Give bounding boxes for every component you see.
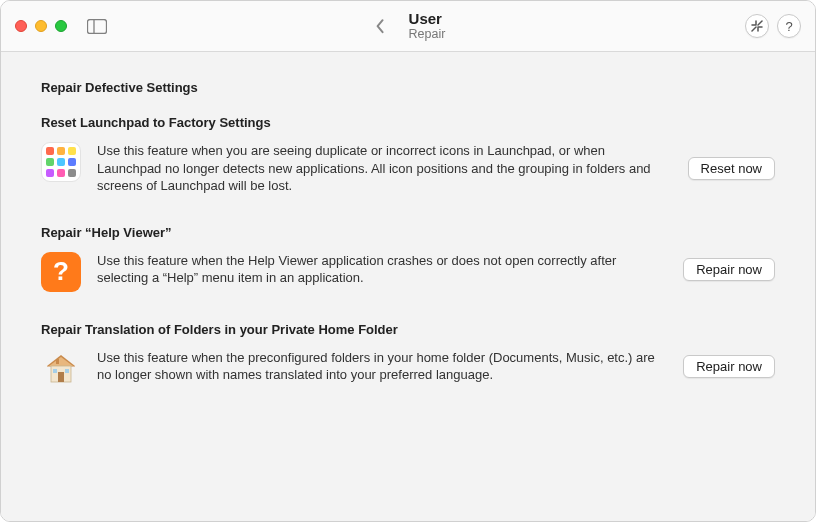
section-title-launchpad: Reset Launchpad to Factory Settings — [41, 115, 775, 130]
collapse-button[interactable] — [745, 14, 769, 38]
reset-launchpad-button[interactable]: Reset now — [688, 157, 775, 180]
help-button[interactable]: ? — [777, 14, 801, 38]
content-area: Repair Defective Settings Reset Launchpa… — [1, 52, 815, 521]
page-heading: Repair Defective Settings — [41, 80, 775, 95]
repair-translation-button[interactable]: Repair now — [683, 355, 775, 378]
question-mark-icon: ? — [53, 256, 69, 287]
sidebar-toggle-button[interactable] — [87, 18, 107, 34]
section-translation: Repair Translation of Folders in your Pr… — [41, 322, 775, 389]
section-desc-translation: Use this feature when the preconfigured … — [97, 349, 665, 384]
section-title-translation: Repair Translation of Folders in your Pr… — [41, 322, 775, 337]
home-folder-icon — [41, 349, 81, 389]
minimize-window-button[interactable] — [35, 20, 47, 32]
window-title: User — [409, 10, 446, 27]
section-title-helpviewer: Repair “Help Viewer” — [41, 225, 775, 240]
window-controls — [15, 20, 67, 32]
section-launchpad: Reset Launchpad to Factory Settings Use … — [41, 115, 775, 195]
section-desc-launchpad: Use this feature when you are seeing dup… — [97, 142, 670, 195]
back-button[interactable] — [371, 13, 391, 39]
section-helpviewer: Repair “Help Viewer” ? Use this feature … — [41, 225, 775, 292]
window-subtitle: Repair — [409, 27, 446, 41]
titlebar-center: User Repair — [371, 10, 446, 42]
close-window-button[interactable] — [15, 20, 27, 32]
svg-marker-5 — [49, 357, 73, 366]
fullscreen-window-button[interactable] — [55, 20, 67, 32]
svg-line-2 — [752, 27, 756, 31]
launchpad-icon — [41, 142, 81, 182]
svg-rect-7 — [58, 372, 64, 382]
help-viewer-icon: ? — [41, 252, 81, 292]
section-desc-helpviewer: Use this feature when the Help Viewer ap… — [97, 252, 665, 287]
svg-rect-10 — [56, 359, 59, 364]
svg-rect-0 — [88, 19, 107, 33]
svg-rect-9 — [65, 369, 69, 373]
svg-rect-8 — [53, 369, 57, 373]
repair-helpviewer-button[interactable]: Repair now — [683, 258, 775, 281]
titlebar: User Repair ? — [1, 1, 815, 52]
svg-line-3 — [758, 21, 762, 25]
